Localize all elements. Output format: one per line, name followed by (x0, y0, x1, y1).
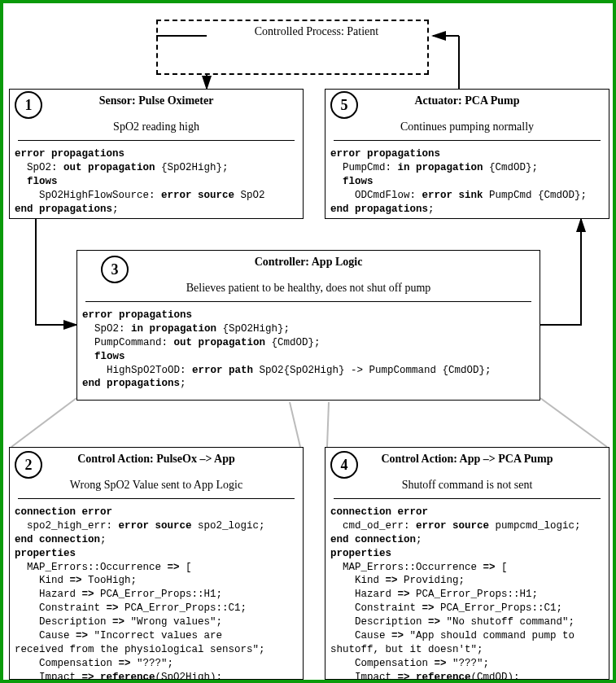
badge-3: 3 (101, 256, 129, 283)
actuator-code: error propagations PumpCmd: in propagati… (325, 146, 609, 221)
ca-right-title: Control Action: App –> PCA Pump (325, 448, 609, 469)
controller-title: Controller: App Logic (77, 251, 540, 272)
controller-box: Controller: App Logic Believes patient t… (76, 250, 540, 401)
ca-left-title: Control Action: PulseOx –> App (10, 448, 303, 469)
svg-line-5 (290, 402, 300, 447)
actuator-sub: Continues pumping normally (334, 111, 601, 141)
ca-right-code: connection error cmd_od_err: error sourc… (325, 504, 609, 683)
badge-2: 2 (15, 451, 42, 479)
control-action-left-box: Control Action: PulseOx –> App Wrong SpO… (9, 447, 304, 680)
controller-code: error propagations SpO2: in propagation … (77, 307, 540, 396)
badge-4: 4 (330, 451, 358, 479)
svg-line-4 (11, 398, 76, 447)
actuator-title: Actuator: PCA Pump (325, 90, 609, 111)
ca-left-sub: Wrong SpO2 Value sent to App Logic (18, 469, 295, 499)
controlled-process-label: Controlled Process: Patient (223, 24, 410, 40)
ca-left-code: connection error spo2_high_err: error so… (10, 504, 303, 683)
control-action-right-box: Control Action: App –> PCA Pump Shutoff … (325, 447, 609, 680)
actuator-box: Actuator: PCA Pump Continues pumping nor… (325, 89, 609, 219)
sensor-sub: SpO2 reading high (18, 111, 295, 141)
sensor-box: Sensor: Pulse Oximeter SpO2 reading high… (9, 89, 304, 219)
ca-right-sub: Shutoff command is not sent (334, 469, 601, 499)
sensor-title: Sensor: Pulse Oximeter (10, 90, 303, 111)
badge-1: 1 (15, 91, 42, 119)
svg-line-7 (540, 398, 607, 447)
svg-line-6 (327, 402, 329, 447)
controller-sub: Believes patient to be healthy, does not… (85, 272, 531, 302)
badge-5: 5 (330, 91, 358, 119)
sensor-code: error propagations SpO2: out propagation… (10, 146, 303, 221)
